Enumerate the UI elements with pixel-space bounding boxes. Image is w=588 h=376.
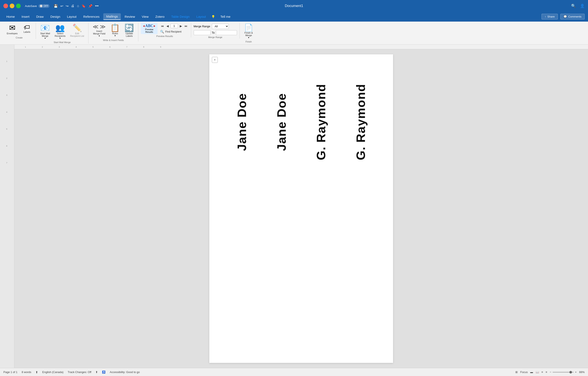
ruler-container: 1 2 3 4 5 6 7 8 9 [0, 45, 588, 49]
insert-merge-field-button[interactable]: ≪ ≫ InsertMerge Field ▼ [91, 23, 107, 38]
finish-merge-icon: 📄 [244, 24, 253, 32]
merge-from-input[interactable] [194, 30, 210, 35]
menu-layout[interactable]: Layout [64, 13, 79, 20]
nav-prev-button[interactable]: ◀ [166, 24, 170, 28]
print-icon[interactable]: 🖨 [70, 4, 75, 8]
maximize-button[interactable] [16, 4, 21, 8]
menu-right: ↑ Share 💬 Comments [542, 14, 585, 20]
preview-results-col: ◀ ABC ▶ PreviewResults [141, 23, 157, 34]
comments-button[interactable]: 💬 Comments [560, 14, 585, 20]
minimize-button[interactable] [10, 4, 14, 8]
ribbon-group-smm-items: 📧 Start MailMerge ▼ 👥 SelectRecipients ▼… [38, 23, 86, 40]
focus-label[interactable]: Focus [520, 371, 528, 374]
menu-insert[interactable]: Insert [19, 13, 32, 20]
menu-design[interactable]: Design [48, 13, 63, 20]
ruler-spacer [0, 45, 14, 49]
ribbon-group-pr-items: ◀ ABC ▶ PreviewResults ⏮ ◀ ▶ ⏭ [141, 23, 188, 34]
profile-icon[interactable]: 👤 [580, 4, 585, 8]
save-icon[interactable]: 💾 [53, 4, 59, 9]
select-recipients-icon: 👥 [55, 24, 65, 32]
view-normal-icon[interactable]: ▬ [530, 371, 533, 374]
menu-view[interactable]: View [139, 13, 151, 20]
menu-zotero[interactable]: Zotero [152, 13, 167, 20]
nav-next-button[interactable]: ▶ [179, 24, 183, 28]
nav-first-button[interactable]: ⏮ [160, 24, 165, 28]
toggle-indicator: ⚪ [40, 5, 43, 7]
window-controls [3, 4, 21, 8]
update-labels-button[interactable]: 🔄 UpdateLabels [123, 23, 136, 38]
svg-text:8: 8 [143, 46, 144, 48]
view-read-icon[interactable]: 📖 [536, 371, 539, 374]
ribbon-group-finish-items: 📄 Finish &Merge ▼ [242, 23, 255, 40]
preview-results-button[interactable]: ◀ ABC ▶ PreviewResults [141, 23, 157, 34]
accessibility[interactable]: Accessibility: Good to go [110, 371, 140, 374]
to-label: To [212, 31, 215, 34]
smm-group-label: Start Mail Merge [54, 41, 71, 44]
merge-range-select[interactable]: All [212, 24, 229, 29]
zoom-out-button[interactable]: − [550, 371, 551, 374]
svg-text:4: 4 [76, 46, 77, 48]
add-table-button[interactable]: + [212, 57, 218, 63]
label-2: Jane Doe [274, 93, 289, 151]
search-icon[interactable]: 🔍 [571, 4, 576, 8]
right-arrow-icon: ▶ [154, 25, 156, 27]
more-icon[interactable]: ••• [94, 4, 99, 8]
bookmark-icon[interactable]: 🔖 [81, 4, 87, 9]
insert-merge-field-icon: ≪ ≫ [93, 24, 105, 30]
merge-range-label: Merge Range [194, 25, 210, 28]
close-button[interactable] [3, 4, 8, 8]
envelopes-button[interactable]: ✉ Envelopes [5, 23, 19, 35]
proofing-icon: ⬆ [35, 371, 38, 374]
menu-draw[interactable]: Draw [33, 13, 47, 20]
labels-button[interactable]: 🏷 Labels [21, 23, 33, 34]
view-outline-icon[interactable]: ≡ [546, 371, 547, 374]
menu-references[interactable]: References [80, 13, 102, 20]
view-web-icon[interactable]: ≡ [542, 371, 543, 374]
bookmark2-icon[interactable]: 📌 [87, 4, 93, 9]
menu-layout2[interactable]: Layout [193, 13, 209, 20]
record-number-input[interactable] [170, 24, 178, 28]
svg-text:1: 1 [6, 60, 7, 62]
preview-btn-top: ◀ ABC ▶ [143, 24, 155, 28]
start-mail-merge-button[interactable]: 📧 Start MailMerge ▼ [38, 23, 52, 40]
merge-to-input[interactable] [216, 30, 237, 35]
zoom-thumb [569, 371, 572, 374]
redo-icon[interactable]: ↪ [65, 4, 69, 9]
focus-icon: ⊞ [515, 371, 518, 374]
zoom-in-button[interactable]: + [575, 371, 577, 374]
edit-recipient-list-button[interactable]: ✏️ EditRecipient List [68, 23, 86, 38]
nav-last-button[interactable]: ⏭ [184, 24, 189, 28]
zoom-level[interactable]: 88% [579, 371, 585, 374]
home-icon[interactable]: ⌂ [76, 4, 80, 8]
menu-review[interactable]: Review [122, 13, 138, 20]
start-mail-merge-icon: 📧 [40, 24, 50, 32]
page-canvas: + Jane Doe Jane Doe G. Raymond G. Raymon… [14, 49, 588, 368]
language[interactable]: English (Canada) [42, 371, 63, 374]
autosave-toggle[interactable]: ⚪ OFF [38, 4, 49, 8]
envelopes-icon: ✉ [9, 24, 15, 32]
label-3: G. Raymond [314, 84, 328, 160]
menu-mailings[interactable]: Mailings [103, 13, 121, 20]
zoom-slider[interactable] [553, 372, 574, 373]
rules-button[interactable]: 📋 Rules ▼ [109, 23, 121, 38]
wi-group-label: Write & Insert Fields [103, 39, 124, 42]
ribbon: ✉ Envelopes 🏷 Labels Create 📧 Start Mail… [0, 22, 588, 45]
rules-icon: 📋 [110, 24, 120, 32]
vertical-ruler: 1 2 3 4 5 6 7 [0, 49, 14, 368]
menu-table-design[interactable]: Table Design [168, 13, 193, 20]
menu-tell-me[interactable]: Tell me [218, 13, 234, 20]
svg-text:6: 6 [109, 46, 110, 48]
share-button[interactable]: ↑ Share [542, 14, 558, 20]
svg-text:3: 3 [6, 94, 7, 96]
select-recipients-button[interactable]: 👥 SelectRecipients ▼ [53, 23, 67, 40]
menu-home[interactable]: Home [3, 13, 18, 20]
svg-text:6: 6 [6, 145, 7, 147]
svg-text:9: 9 [160, 46, 161, 48]
finish-merge-button[interactable]: 📄 Finish &Merge ▼ [242, 23, 255, 40]
status-bar: Page 1 of 1 8 words ⬆ English (Canada) T… [0, 368, 588, 376]
horizontal-ruler: 1 2 3 4 5 6 7 8 9 [14, 45, 588, 49]
track-changes[interactable]: Track Changes: Off [68, 371, 91, 374]
find-recipient-label[interactable]: Find Recipient [165, 30, 182, 33]
undo-icon[interactable]: ↩ [60, 4, 64, 9]
svg-text:2: 2 [6, 77, 7, 79]
